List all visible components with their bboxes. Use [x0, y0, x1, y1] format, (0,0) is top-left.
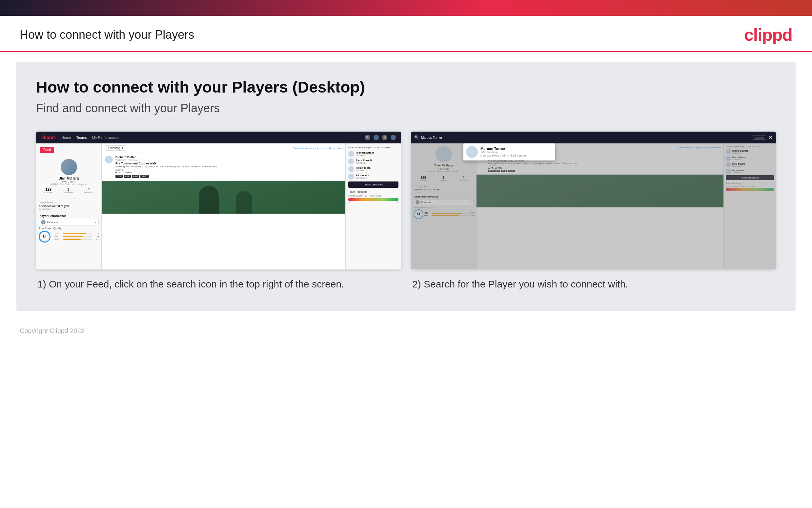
close-button[interactable]: ✕ — [769, 135, 773, 140]
brand-logo: clippd — [744, 25, 792, 45]
player-activities-2: Activities: 3 — [356, 169, 398, 172]
chevron-down-icon: ▾ — [95, 221, 96, 224]
main-title: How to connect with your Players (Deskto… — [36, 78, 776, 96]
player-select-avatar — [41, 220, 46, 224]
heatmap-labels: -5 +5 — [348, 201, 398, 203]
people-icon-1[interactable]: 👤 — [374, 135, 379, 140]
quality-arg: ARG 61 — [54, 238, 99, 241]
result-info: Marcus Turner 1-5 Handicap Cypress Point… — [480, 147, 553, 157]
active-player-1: Piers Parnell Activities: 4 — [348, 159, 398, 164]
player-avatar-3 — [348, 174, 354, 179]
caption-2: 2) Search for the Player you wish to con… — [411, 277, 776, 291]
result-name: Marcus Turner — [480, 147, 553, 151]
player-activities-1: Activities: 4 — [356, 162, 398, 164]
nav-icons-1: 🔍 👤 ⚙ 👤 — [365, 135, 396, 140]
nav-performance-1[interactable]: My Performance — [92, 135, 119, 139]
result-club: Cypress Point Club, United Kingdom — [480, 154, 553, 157]
main-content: How to connect with your Players (Deskto… — [16, 62, 796, 311]
feed-tab-1[interactable]: Feed — [40, 147, 54, 153]
tag-putt: PUTT — [140, 175, 149, 178]
player-name-1: Piers Parnell — [356, 159, 398, 162]
profile-role-1: Golf Coach — [39, 180, 99, 183]
clear-button[interactable]: CLEAR — [753, 135, 766, 140]
player-activities-0: Activities: 7 — [356, 154, 398, 157]
panel-2: 🔍 Marcus Turner CLEAR ✕ Marcus Turner 1-… — [411, 132, 776, 291]
app-main-1: Following ▾ Control who can see your act… — [102, 143, 345, 269]
stat-activities: 129 Activities — [44, 187, 53, 194]
result-avatar — [466, 146, 478, 158]
quality-ott: OTT 79 — [54, 232, 99, 235]
heatmap-subtitle: Player Quality - 20 Round Trend — [348, 195, 398, 197]
stat-followers: 3 Followers — [64, 187, 74, 194]
tag-ott: OTT — [115, 175, 123, 178]
player-avatar-0 — [348, 151, 354, 157]
panel-1: clippd Home Teams My Performance 🔍 👤 ⚙ 👤 — [36, 132, 401, 291]
chevron-icon: ▾ — [122, 146, 123, 150]
activity-content-1: Richard Butler Yesterday · The Grove Pre… — [115, 156, 342, 178]
caption-1: 1) On your Feed, click on the search ico… — [36, 277, 401, 291]
search-value: Marcus Turner — [421, 136, 442, 139]
search-icon-2: 🔍 — [414, 135, 419, 140]
profile-avatar-1 — [61, 159, 77, 175]
nav-links-1: Home Teams My Performance — [61, 135, 118, 139]
main-subtitle: Find and connect with your Players — [36, 101, 776, 115]
score-circle: 84 — [39, 231, 50, 243]
following-bar: Following ▾ Control who can see your act… — [102, 143, 345, 153]
golf-image-1 — [102, 181, 345, 214]
copyright-text: Copyright Clippd 2022 — [20, 327, 85, 334]
activity-avatar-1 — [105, 156, 113, 163]
profile-club-1: Mill Ride Golf Club, United Kingdom — [39, 183, 99, 185]
page-title: How to connect with your Players — [20, 28, 194, 42]
app-logo-1: clippd — [41, 135, 55, 140]
player-activities-3: Activities: 1 — [356, 177, 398, 179]
stat-following: 4 Following — [84, 187, 93, 194]
result-handicap: 1-5 Handicap — [480, 151, 553, 154]
heatmap-title: Team Heatmap — [348, 190, 398, 193]
team-dashboard-button[interactable]: Team Dashboard — [348, 181, 398, 188]
player-select-dropdown[interactable]: Eli Vincent ▾ — [39, 219, 99, 225]
search-result-dropdown[interactable]: Marcus Turner 1-5 Handicap Cypress Point… — [463, 143, 555, 161]
avatar-icon-1[interactable]: 👤 — [391, 135, 396, 140]
latest-activity-1: Latest Activity Afternoon round of golf … — [36, 199, 101, 212]
nav-home-1[interactable]: Home — [61, 135, 71, 139]
profile-stats-1: 129 Activities 3 Followers 4 Following — [39, 185, 99, 196]
heatmap-bar — [348, 198, 398, 201]
app-nav-1: clippd Home Teams My Performance 🔍 👤 ⚙ 👤 — [36, 132, 401, 143]
search-icon-1[interactable]: 🔍 — [365, 135, 370, 140]
active-player-3: Eli Vincent Activities: 1 — [348, 174, 398, 179]
following-button[interactable]: Following ▾ — [105, 145, 126, 151]
player-avatar-2 — [348, 166, 354, 172]
profile-card-1: Blair McHarg Golf Coach Mill Ride Golf C… — [36, 156, 101, 199]
active-player-0: Richard Butler Activities: 7 — [348, 151, 398, 157]
header: How to connect with your Players clippd — [0, 16, 812, 52]
top-bar — [0, 0, 812, 16]
panels-container: clippd Home Teams My Performance 🔍 👤 ⚙ 👤 — [36, 132, 776, 291]
activity-card-1: Richard Butler Yesterday · The Grove Pre… — [102, 153, 345, 181]
quality-app: APP 70 — [54, 235, 99, 238]
player-perf-section-1: Player Performance Eli Vincent ▾ Total P… — [36, 212, 101, 245]
search-overlay: Blair McHarg Golf Coach Mill Ride Golf C… — [411, 143, 776, 269]
app-left-1: Feed Blair McHarg Golf Coach Mill Ride G… — [36, 143, 102, 269]
profile-name-1: Blair McHarg — [39, 176, 99, 180]
player-name-3: Eli Vincent — [356, 174, 398, 177]
player-name-2: Hiral Pujara — [356, 166, 398, 169]
activity-tags: OTT APP ARG PUTT — [115, 175, 342, 178]
tag-app: APP — [124, 175, 131, 178]
app-nav-2: 🔍 Marcus Turner CLEAR ✕ — [411, 132, 776, 143]
screenshot-2: 🔍 Marcus Turner CLEAR ✕ Marcus Turner 1-… — [411, 132, 776, 269]
screenshot-1: clippd Home Teams My Performance 🔍 👤 ⚙ 👤 — [36, 132, 401, 269]
player-name-0: Richard Butler — [356, 151, 398, 154]
search-input-area: 🔍 Marcus Turner — [414, 135, 750, 140]
bell-icon-1[interactable]: ⚙ — [382, 135, 387, 140]
footer: Copyright Clippd 2022 — [0, 321, 812, 341]
app-body-1: Feed Blair McHarg Golf Coach Mill Ride G… — [36, 143, 401, 269]
player-avatar-1 — [348, 159, 354, 164]
control-link[interactable]: Control who can see your activity and da… — [292, 147, 342, 150]
app-right-1: Most Active Players - Last 30 days Richa… — [345, 143, 401, 269]
nav-teams-1[interactable]: Teams — [77, 135, 87, 139]
tag-arg: ARG — [132, 175, 139, 178]
active-player-2: Hiral Pujara Activities: 3 — [348, 166, 398, 172]
